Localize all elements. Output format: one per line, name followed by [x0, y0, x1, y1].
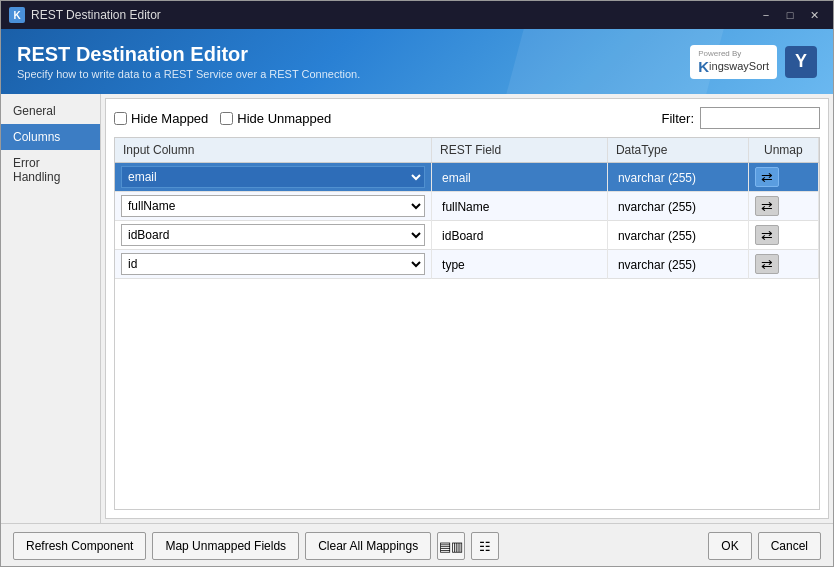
refresh-component-button[interactable]: Refresh Component — [13, 532, 146, 560]
minimize-button[interactable]: − — [755, 5, 777, 25]
input-col-select[interactable]: email — [121, 166, 425, 188]
input-col-select[interactable]: idBoard — [121, 224, 425, 246]
title-bar-title: REST Destination Editor — [31, 8, 161, 22]
filter-area: Filter: — [662, 107, 821, 129]
input-col-cell: idBoard — [115, 221, 432, 250]
unmap-cell: ⇄ — [748, 192, 818, 221]
grid-icon: ▤▥ — [439, 539, 463, 554]
rest-field-value: idBoard — [438, 229, 487, 243]
toolbar-left: Hide Mapped Hide Unmapped — [114, 111, 331, 126]
sidebar-item-error-handling[interactable]: Error Handling — [1, 150, 100, 190]
datatype-cell: nvarchar (255) — [607, 221, 748, 250]
powered-by-text: Powered By — [698, 49, 741, 58]
cancel-button[interactable]: Cancel — [758, 532, 821, 560]
input-col-select[interactable]: fullName — [121, 195, 425, 217]
header-banner: REST Destination Editor Specify how to w… — [1, 29, 833, 94]
kingsway-logo: Powered By K ingswaySort — [690, 45, 777, 79]
hide-mapped-checkbox[interactable] — [114, 112, 127, 125]
footer-right: OK Cancel — [708, 532, 821, 560]
unmap-button[interactable]: ⇄ — [755, 196, 779, 216]
datatype-value: nvarchar (255) — [614, 199, 700, 215]
filter-label: Filter: — [662, 111, 695, 126]
header-subtitle: Specify how to write data to a REST Serv… — [17, 68, 360, 80]
list-icon: ☷ — [479, 539, 491, 554]
datatype-value: nvarchar (255) — [614, 228, 700, 244]
maximize-button[interactable]: □ — [779, 5, 801, 25]
table-row[interactable]: fullNamefullNamenvarchar (255)⇄ — [115, 192, 819, 221]
rest-field-cell: fullName — [432, 192, 608, 221]
editor-area: Hide Mapped Hide Unmapped Filter: Input … — [105, 98, 829, 519]
header-title: REST Destination Editor — [17, 43, 360, 66]
table-header-row: Input Column REST Field DataType Unmap — [115, 138, 819, 163]
close-button[interactable]: ✕ — [803, 5, 825, 25]
datatype-cell: nvarchar (255) — [607, 250, 748, 279]
hide-mapped-label: Hide Mapped — [131, 111, 208, 126]
table-row[interactable]: idBoardidBoardnvarchar (255)⇄ — [115, 221, 819, 250]
rest-field-value: fullName — [438, 200, 493, 214]
hide-unmapped-label: Hide Unmapped — [237, 111, 331, 126]
list-view-button[interactable]: ☷ — [471, 532, 499, 560]
datatype-cell: nvarchar (255) — [607, 192, 748, 221]
unmap-icon: ⇄ — [761, 256, 773, 272]
ok-button[interactable]: OK — [708, 532, 751, 560]
rest-field-cell: type — [432, 250, 608, 279]
input-col-cell: id — [115, 250, 432, 279]
header-logo: Powered By K ingswaySort Y — [690, 45, 817, 79]
unmap-cell: ⇄ — [748, 163, 818, 192]
col-header-unmap: Unmap — [748, 138, 818, 163]
input-col-select[interactable]: id — [121, 253, 425, 275]
rest-field-cell: email — [432, 163, 608, 192]
main-content: General Columns Error Handling Hide Mapp… — [1, 94, 833, 523]
input-col-cell: email — [115, 163, 432, 192]
footer: Refresh Component Map Unmapped Fields Cl… — [1, 523, 833, 567]
map-unmapped-fields-button[interactable]: Map Unmapped Fields — [152, 532, 299, 560]
y-logo: Y — [785, 46, 817, 78]
title-bar-left: K REST Destination Editor — [9, 7, 161, 23]
clear-all-mappings-button[interactable]: Clear All Mappings — [305, 532, 431, 560]
hide-mapped-checkbox-label[interactable]: Hide Mapped — [114, 111, 208, 126]
table-row[interactable]: idtypenvarchar (255)⇄ — [115, 250, 819, 279]
unmap-cell: ⇄ — [748, 250, 818, 279]
unmap-icon: ⇄ — [761, 227, 773, 243]
unmap-icon: ⇄ — [761, 169, 773, 185]
filter-input[interactable] — [700, 107, 820, 129]
toolbar-row: Hide Mapped Hide Unmapped Filter: — [114, 107, 820, 129]
rest-field-cell: idBoard — [432, 221, 608, 250]
app-icon: K — [9, 7, 25, 23]
title-bar: K REST Destination Editor − □ ✕ — [1, 1, 833, 29]
sidebar: General Columns Error Handling — [1, 94, 101, 523]
unmap-button[interactable]: ⇄ — [755, 167, 779, 187]
unmap-cell: ⇄ — [748, 221, 818, 250]
col-header-input: Input Column — [115, 138, 432, 163]
rest-field-value: type — [438, 258, 469, 272]
datatype-value: nvarchar (255) — [614, 257, 700, 273]
sidebar-item-general[interactable]: General — [1, 98, 100, 124]
rest-field-value: email — [438, 171, 475, 185]
unmap-button[interactable]: ⇄ — [755, 225, 779, 245]
unmap-icon: ⇄ — [761, 198, 773, 214]
logo-k: K — [698, 58, 709, 75]
hide-unmapped-checkbox[interactable] — [220, 112, 233, 125]
title-bar-controls: − □ ✕ — [755, 5, 825, 25]
input-col-cell: fullName — [115, 192, 432, 221]
unmap-button[interactable]: ⇄ — [755, 254, 779, 274]
col-header-datatype: DataType — [607, 138, 748, 163]
hide-unmapped-checkbox-label[interactable]: Hide Unmapped — [220, 111, 331, 126]
col-header-rest: REST Field — [432, 138, 608, 163]
grid-view-button[interactable]: ▤▥ — [437, 532, 465, 560]
datatype-value: nvarchar (255) — [614, 170, 700, 186]
sidebar-item-columns[interactable]: Columns — [1, 124, 100, 150]
logo-name: ingswaySort — [709, 60, 769, 72]
table-row[interactable]: emailemailnvarchar (255)⇄ — [115, 163, 819, 192]
footer-left: Refresh Component Map Unmapped Fields Cl… — [13, 532, 499, 560]
header-text: REST Destination Editor Specify how to w… — [17, 43, 360, 80]
columns-table: Input Column REST Field DataType Unmap e… — [115, 138, 819, 279]
datatype-cell: nvarchar (255) — [607, 163, 748, 192]
mapping-table: Input Column REST Field DataType Unmap e… — [114, 137, 820, 510]
